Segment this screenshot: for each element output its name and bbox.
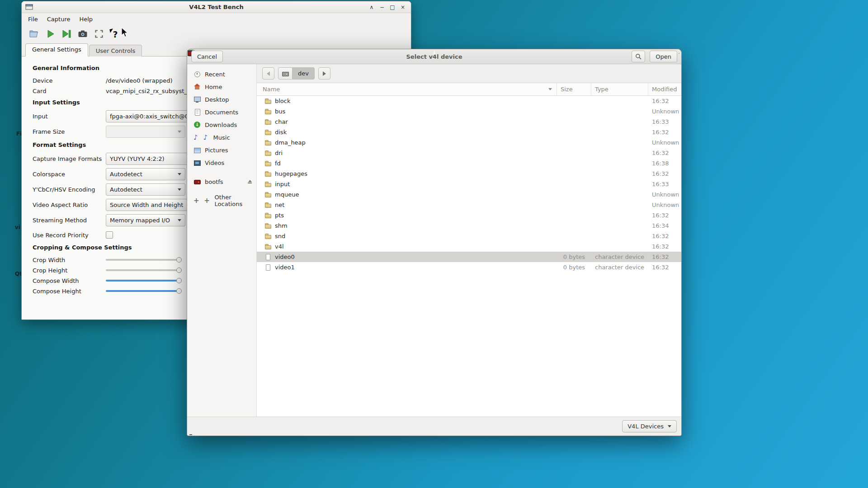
colorspace-label: Colorspace	[33, 171, 106, 178]
fullscreen-icon	[94, 28, 104, 39]
ycbcr-label: Y'CbCr/HSV Encoding	[33, 186, 106, 193]
aspect-ratio-label: Video Aspect Ratio	[33, 202, 106, 208]
crop-height-slider[interactable]	[106, 267, 182, 274]
select-v4l-device-dialog: Cancel Select v4l device Open Recent	[187, 49, 682, 436]
folder-icon	[264, 202, 272, 209]
tab-general-settings[interactable]: General Settings	[25, 43, 88, 56]
column-header-type[interactable]: Type	[591, 83, 648, 95]
pictures-icon	[193, 146, 201, 154]
record-priority-checkbox[interactable]	[106, 231, 113, 239]
slider-thumb[interactable]	[176, 288, 182, 294]
folder-icon	[264, 170, 272, 178]
column-header-modified[interactable]: Modified	[648, 83, 681, 95]
drive-icon	[193, 178, 201, 185]
toolbar: ?	[22, 25, 411, 42]
folder-icon	[264, 243, 272, 250]
streaming-method-select[interactable]: Memory mapped I/O	[106, 214, 185, 226]
search-button[interactable]	[632, 51, 645, 62]
resize-frame-button[interactable]	[92, 27, 106, 41]
column-header-name[interactable]: Name	[257, 83, 557, 95]
desktop: Fi vi Qt V4L2 Test Bench ∧ − □ × File	[0, 0, 868, 488]
folder-icon	[264, 222, 272, 230]
desktop-text-fragment: vi	[15, 224, 20, 230]
card-value: vcap_mipi_csi2_rx_subsyst_	[106, 88, 187, 94]
compose-height-slider[interactable]	[106, 287, 182, 295]
slider-thumb[interactable]	[176, 278, 182, 283]
folder-icon	[264, 191, 272, 198]
music-icon	[202, 134, 209, 141]
folder-icon	[264, 181, 272, 188]
crop-height-label: Crop Height	[33, 267, 106, 274]
capture-format-label: Capture Image Formats	[33, 155, 106, 162]
play-step-icon	[61, 28, 72, 39]
step-capture-button[interactable]	[60, 27, 73, 41]
chevron-down-icon	[178, 131, 181, 133]
play-icon	[45, 28, 56, 39]
colorspace-select[interactable]: Autodetect	[106, 168, 185, 180]
maximize-button[interactable]: □	[388, 3, 397, 11]
file-icon	[264, 253, 272, 261]
column-header-size[interactable]: Size	[557, 83, 591, 95]
compose-width-slider[interactable]	[106, 277, 182, 284]
chevron-down-icon	[178, 219, 181, 221]
question-mark-icon: ?	[113, 29, 118, 39]
whats-this-button[interactable]: ?	[108, 27, 122, 41]
cancel-button[interactable]: Cancel	[191, 51, 223, 62]
search-icon	[635, 53, 642, 60]
videos-icon	[193, 159, 201, 166]
app-titlebar[interactable]: V4L2 Test Bench ∧ − □ ×	[22, 1, 411, 13]
folder-icon	[264, 233, 272, 240]
crop-width-label: Crop Width	[33, 257, 106, 263]
close-button[interactable]: ×	[398, 3, 407, 11]
other-icon	[203, 197, 211, 204]
slider-thumb[interactable]	[176, 267, 182, 273]
sidebar-item-downloads[interactable]: Downloads	[187, 118, 256, 131]
device-value: /dev/video0 (wrapped)	[106, 77, 172, 84]
open-device-button[interactable]	[27, 27, 41, 41]
places-sidebar: Recent Home Desktop	[187, 64, 257, 417]
shade-button[interactable]: ∧	[367, 3, 376, 11]
folder-icon	[264, 212, 272, 219]
mouse-cursor	[121, 27, 128, 38]
menubar: File Capture Help	[22, 13, 411, 25]
frame-size-select	[106, 126, 185, 138]
device-label: Device	[33, 77, 106, 84]
folder-icon	[264, 139, 272, 146]
computer-icon	[282, 70, 289, 77]
folder-icon	[264, 150, 272, 157]
slider-thumb[interactable]	[176, 257, 182, 263]
file-icon	[264, 264, 272, 271]
menu-capture[interactable]: Capture	[42, 14, 75, 24]
compose-height-label: Compose Height	[33, 288, 106, 295]
list-column-headers: Name Size Type Modified	[257, 83, 681, 96]
folder-icon	[264, 129, 272, 136]
ycbcr-select[interactable]: Autodetect	[106, 183, 185, 196]
open-button[interactable]: Open	[650, 51, 677, 62]
minimize-button[interactable]: −	[377, 3, 387, 11]
folder-icon	[264, 108, 272, 115]
card-label: Card	[33, 88, 106, 94]
folder-icon	[264, 160, 272, 167]
camera-icon	[77, 28, 88, 39]
input-label: Input	[33, 113, 106, 120]
start-capture-button[interactable]	[43, 27, 57, 41]
downloads-icon	[193, 121, 201, 128]
tab-user-controls[interactable]: User Controls	[89, 45, 142, 56]
open-folder-icon	[28, 28, 39, 39]
menu-file[interactable]: File	[24, 14, 42, 24]
snapshot-button[interactable]	[76, 27, 90, 41]
app-window-title: V4L2 Test Bench	[22, 4, 411, 10]
streaming-method-label: Streaming Method	[33, 217, 106, 224]
compose-width-label: Compose Width	[33, 277, 106, 284]
frame-size-label: Frame Size	[33, 128, 106, 135]
record-priority-label: Use Record Priority	[33, 232, 106, 239]
chevron-down-icon	[178, 173, 181, 175]
sort-descending-icon	[548, 88, 552, 90]
folder-icon	[264, 98, 272, 105]
chevron-down-icon	[178, 188, 181, 191]
menu-help[interactable]: Help	[75, 14, 97, 24]
crop-width-slider[interactable]	[106, 256, 182, 263]
folder-icon	[264, 118, 272, 126]
